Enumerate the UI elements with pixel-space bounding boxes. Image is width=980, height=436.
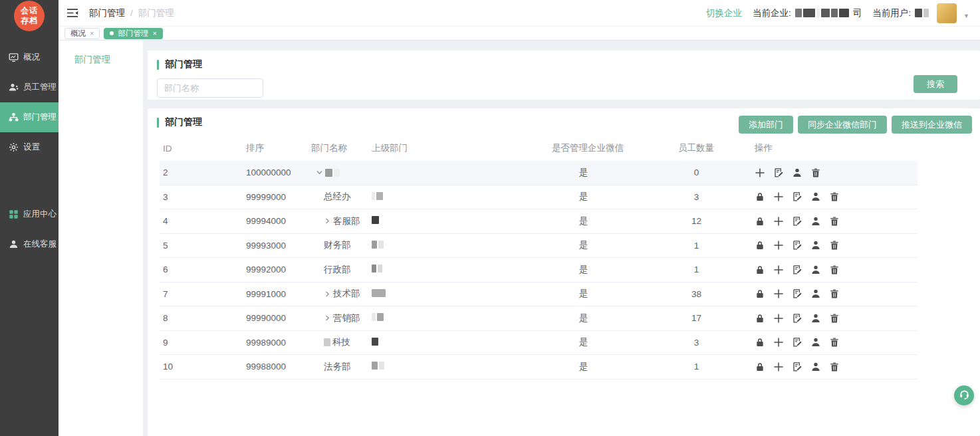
user-action-icon[interactable]: [810, 288, 821, 299]
employees-icon: [9, 82, 19, 92]
delete-action-icon[interactable]: [829, 191, 840, 202]
delete-action-icon[interactable]: [829, 362, 840, 372]
breadcrumb-root[interactable]: 部门管理: [89, 7, 125, 19]
collapse-row-icon[interactable]: [316, 169, 323, 176]
cell-id: 3: [160, 192, 243, 202]
edit-action-icon[interactable]: [792, 216, 802, 227]
user-action-icon[interactable]: [810, 191, 821, 202]
lock-action-icon[interactable]: [755, 240, 765, 251]
cell-parent: [369, 313, 552, 323]
current-company: 当前企业: 司: [753, 7, 862, 19]
plus-action-icon[interactable]: [773, 288, 784, 299]
primary-sidebar: 会话 存档 概况 员工管理 部门管理 设置 应用中心 在线客服: [0, 0, 59, 436]
lock-action-icon[interactable]: [755, 337, 765, 348]
tab-概况[interactable]: 概况 ×: [64, 28, 100, 39]
tab-close-icon[interactable]: ×: [152, 29, 156, 37]
edit-action-icon[interactable]: [792, 191, 802, 202]
sidebar-item-apps[interactable]: 应用中心: [0, 199, 59, 229]
cell-parent: [369, 362, 552, 372]
edit-action-icon[interactable]: [792, 337, 802, 348]
cell-actions: [755, 313, 918, 324]
delete-action-icon[interactable]: [829, 337, 840, 348]
edit-action-icon[interactable]: [773, 167, 784, 178]
cell-wechat-managed: 是: [552, 167, 678, 179]
switch-company-link[interactable]: 切换企业: [706, 7, 742, 19]
redacted-block: [372, 362, 378, 370]
lock-action-icon[interactable]: [755, 265, 765, 275]
user-action-icon[interactable]: [810, 362, 821, 372]
redacted-block: [372, 289, 386, 297]
edit-action-icon[interactable]: [792, 240, 802, 251]
table-button-添加部门[interactable]: 添加部门: [739, 116, 793, 134]
tab-close-icon[interactable]: ×: [90, 29, 94, 37]
sidebar-item-departments[interactable]: 部门管理: [0, 102, 59, 132]
sidebar-item-dashboard[interactable]: 概况: [0, 43, 59, 72]
breadcrumb-separator: /: [130, 8, 133, 18]
sidebar-item-label: 概况: [23, 52, 40, 63]
tab-部门管理[interactable]: 部门管理 ×: [104, 28, 162, 39]
plus-action-icon[interactable]: [773, 216, 784, 227]
user-action-icon[interactable]: [810, 216, 821, 227]
table-button-推送到企业微信[interactable]: 推送到企业微信: [892, 116, 972, 134]
plus-action-icon[interactable]: [773, 313, 784, 324]
submenu-item-部门管理[interactable]: 部门管理: [59, 41, 143, 66]
department-name-input[interactable]: [157, 78, 263, 98]
sidebar-item-support[interactable]: 在线客服: [0, 229, 59, 259]
tab-label: 部门管理: [118, 29, 148, 39]
edit-action-icon[interactable]: [792, 265, 802, 275]
cell-employee-count: 1: [678, 362, 755, 372]
edit-action-icon[interactable]: [792, 288, 802, 299]
user-action-icon[interactable]: [792, 167, 802, 178]
redacted-parent-department: [372, 362, 384, 370]
redacted-block: [324, 338, 330, 346]
expand-row-icon[interactable]: [324, 290, 331, 298]
delete-action-icon[interactable]: [829, 216, 840, 227]
cell-sort: 99991000: [243, 289, 309, 299]
column-header: 员工数量: [678, 142, 755, 154]
sidebar-item-settings[interactable]: 设置: [0, 132, 59, 162]
redacted-block: [372, 313, 376, 321]
lock-action-icon[interactable]: [755, 191, 765, 202]
cell-id: 7: [160, 289, 243, 299]
user-action-icon[interactable]: [810, 265, 821, 275]
sidebar-item-employees[interactable]: 员工管理: [0, 72, 59, 102]
delete-action-icon[interactable]: [829, 265, 840, 275]
delete-action-icon[interactable]: [829, 288, 840, 299]
cell-wechat-managed: 是: [552, 264, 678, 276]
user-avatar[interactable]: [937, 3, 957, 23]
expand-row-icon[interactable]: [324, 314, 331, 322]
expand-row-icon[interactable]: [324, 217, 331, 225]
column-header: ID: [160, 144, 243, 154]
delete-action-icon[interactable]: [829, 240, 840, 251]
lock-action-icon[interactable]: [755, 288, 765, 299]
plus-action-icon[interactable]: [773, 191, 784, 202]
department-name: 客服部: [333, 215, 360, 227]
search-panel: 部门管理 搜索: [148, 51, 980, 100]
lock-action-icon[interactable]: [755, 313, 765, 324]
current-user[interactable]: 当前用户: ▼: [872, 3, 969, 23]
plus-action-icon[interactable]: [773, 240, 784, 251]
cell-name: 科技: [309, 336, 369, 348]
column-header: 操作: [755, 142, 918, 154]
lock-action-icon[interactable]: [755, 362, 765, 372]
cell-wechat-managed: 是: [552, 336, 678, 348]
plus-action-icon[interactable]: [773, 337, 784, 348]
customer-service-fab[interactable]: [954, 385, 974, 405]
user-action-icon[interactable]: [810, 240, 821, 251]
edit-action-icon[interactable]: [792, 362, 802, 372]
delete-action-icon[interactable]: [810, 167, 821, 178]
redacted-parent-department: [372, 216, 379, 224]
edit-action-icon[interactable]: [792, 313, 802, 324]
sidebar-item-label: 设置: [23, 142, 40, 153]
user-action-icon[interactable]: [810, 337, 821, 348]
apps-icon: [9, 209, 19, 219]
lock-action-icon[interactable]: [755, 216, 765, 227]
delete-action-icon[interactable]: [829, 313, 840, 324]
collapse-sidebar-icon[interactable]: [66, 8, 78, 18]
plus-action-icon[interactable]: [755, 167, 765, 178]
search-button[interactable]: 搜索: [914, 75, 957, 93]
table-button-同步企业微信部门[interactable]: 同步企业微信部门: [798, 116, 887, 134]
plus-action-icon[interactable]: [773, 362, 784, 372]
plus-action-icon[interactable]: [773, 265, 784, 275]
user-action-icon[interactable]: [810, 313, 821, 324]
